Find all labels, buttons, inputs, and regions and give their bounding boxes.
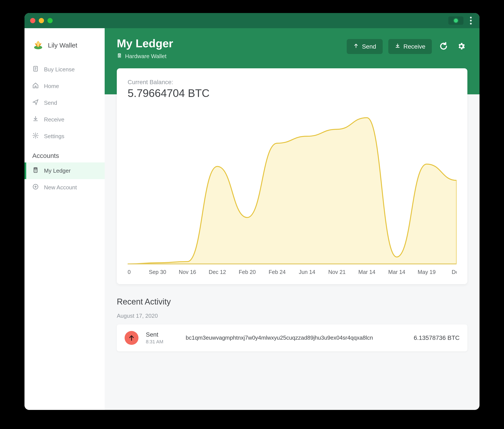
activity-time: 8:31 AM — [146, 339, 178, 345]
svg-point-11 — [35, 171, 35, 171]
sidebar-item-label: Buy License — [44, 66, 75, 73]
svg-point-23 — [119, 56, 120, 57]
accounts-heading: Accounts — [25, 145, 105, 162]
recent-activity-heading: Recent Activity — [117, 297, 467, 306]
receive-button[interactable]: Receive — [388, 39, 432, 54]
plus-circle-icon — [32, 183, 39, 191]
svg-point-13 — [36, 171, 36, 171]
balance-value: 5.79664704 BTC — [128, 87, 457, 99]
send-button[interactable]: Send — [347, 39, 382, 54]
sidebar-item-label: Send — [44, 99, 57, 106]
x-axis-tick: Nov 16 — [179, 269, 196, 275]
sidebar-item-label: Settings — [44, 133, 64, 140]
send-icon — [32, 99, 39, 107]
svg-point-20 — [119, 55, 120, 56]
gear-icon — [457, 42, 466, 51]
refresh-icon — [439, 42, 448, 51]
titlebar — [25, 13, 479, 28]
activity-address: bc1qm3euwvagmphtnxj7w0y4mlwxyu25cuqzzad8… — [186, 334, 406, 342]
page-title: My Ledger — [117, 37, 173, 50]
sidebar-account-my-ledger[interactable]: My Ledger — [25, 162, 105, 179]
svg-point-8 — [35, 170, 35, 170]
new-account-label: New Account — [44, 184, 77, 191]
send-button-label: Send — [362, 43, 376, 50]
app-window: Lily Wallet Buy License Home Send — [25, 13, 479, 410]
svg-point-10 — [36, 170, 36, 170]
x-axis-tick: Sep 30 — [149, 269, 166, 275]
x-axis-tick: Feb 20 — [239, 269, 256, 275]
svg-point-21 — [120, 55, 120, 56]
refresh-button[interactable] — [437, 41, 450, 53]
window-close-button[interactable] — [30, 18, 35, 23]
svg-rect-18 — [119, 54, 120, 55]
connection-status[interactable] — [448, 17, 463, 25]
traffic-lights — [30, 18, 53, 23]
main-panel: My Ledger Hardware Wallet Send — [105, 28, 479, 410]
lily-logo-icon — [32, 39, 44, 52]
x-axis-tick: Mar 14 — [388, 269, 405, 275]
sidebar-item-receive[interactable]: Receive — [25, 111, 105, 128]
calculator-icon — [32, 167, 39, 175]
receive-button-label: Receive — [403, 43, 425, 50]
x-axis-tick: 30 — [128, 269, 131, 275]
sidebar-item-label: Receive — [44, 116, 64, 123]
menu-button[interactable] — [468, 15, 474, 26]
home-icon — [32, 82, 39, 90]
balance-label: Current Balance: — [128, 79, 457, 86]
activity-date: August 17, 2020 — [117, 313, 467, 319]
x-axis-tick: Dec — [452, 269, 457, 275]
svg-point-19 — [119, 55, 119, 56]
svg-point-22 — [119, 56, 119, 57]
license-icon — [32, 65, 39, 73]
settings-button[interactable] — [455, 41, 467, 53]
sent-icon — [125, 331, 139, 345]
sidebar-new-account[interactable]: New Account — [25, 179, 105, 196]
subtitle-text: Hardware Wallet — [125, 53, 166, 60]
x-axis-tick: Nov 21 — [328, 269, 346, 275]
x-axis-tick: Jun 14 — [299, 269, 315, 275]
balance-chart: 30Sep 30Nov 16Dec 12Feb 20Feb 24Jun 14No… — [128, 104, 457, 278]
receive-icon — [32, 116, 39, 124]
activity-amount: 6.13578736 BTC — [414, 334, 460, 341]
sidebar: Lily Wallet Buy License Home Send — [25, 28, 105, 410]
svg-rect-7 — [35, 168, 37, 169]
x-axis-tick: Dec 12 — [209, 269, 226, 275]
arrow-up-icon — [353, 43, 359, 50]
sidebar-item-send[interactable]: Send — [25, 95, 105, 111]
activity-row[interactable]: Sent 8:31 AM bc1qm3euwvagmphtnxj7w0y4mlw… — [117, 324, 467, 351]
brand[interactable]: Lily Wallet — [25, 39, 105, 61]
x-axis-tick: May 19 — [418, 269, 436, 275]
page-subtitle: Hardware Wallet — [117, 53, 173, 60]
account-label: My Ledger — [44, 167, 71, 174]
sidebar-item-settings[interactable]: Settings — [25, 128, 105, 145]
x-axis-tick: Feb 24 — [269, 269, 286, 275]
balance-card: Current Balance: 5.79664704 BTC 30Sep 30… — [117, 68, 467, 284]
status-dot-icon — [454, 19, 458, 23]
gear-icon — [32, 132, 39, 140]
svg-point-12 — [35, 171, 36, 171]
calculator-icon — [117, 53, 122, 60]
sidebar-item-home[interactable]: Home — [25, 78, 105, 95]
svg-point-5 — [35, 135, 36, 136]
sidebar-item-label: Home — [44, 83, 59, 89]
download-icon — [395, 43, 400, 50]
x-axis-tick: Mar 14 — [358, 269, 375, 275]
svg-point-9 — [35, 170, 36, 170]
sidebar-item-buy-license[interactable]: Buy License — [25, 61, 105, 78]
brand-label: Lily Wallet — [48, 42, 77, 49]
svg-point-24 — [120, 56, 120, 57]
activity-direction: Sent — [146, 331, 178, 338]
window-maximize-button[interactable] — [47, 18, 53, 23]
window-minimize-button[interactable] — [39, 18, 44, 23]
